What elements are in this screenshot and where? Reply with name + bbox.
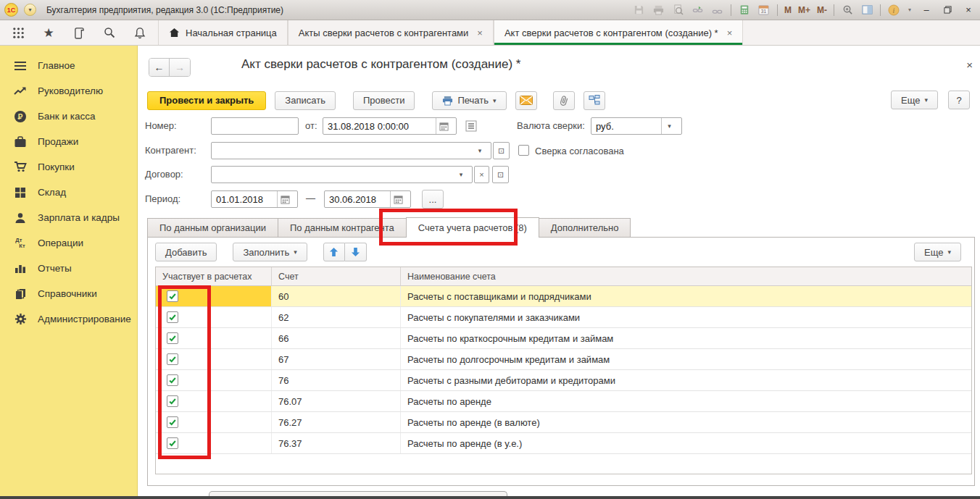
sidebar-item-glavnoe[interactable]: Главное: [0, 53, 137, 78]
go-link-icon[interactable]: [711, 4, 724, 17]
account-cell[interactable]: 66: [272, 328, 401, 348]
table-row[interactable]: 76.37 Расчеты по аренде (в у.е.): [156, 433, 971, 454]
tab-home[interactable]: Начальная страница: [158, 20, 288, 45]
close-form-icon[interactable]: ×: [966, 59, 973, 71]
notifications-bell-icon[interactable]: [125, 20, 155, 45]
table-row[interactable]: 66 Расчеты по краткосрочным кредитам и з…: [156, 328, 971, 349]
search-icon[interactable]: [94, 20, 125, 45]
sidebar-item-pokupki[interactable]: Покупки: [0, 154, 137, 180]
contract-input[interactable]: ▾: [211, 166, 473, 183]
column-header-account[interactable]: Счет: [272, 267, 401, 285]
chevron-down-icon[interactable]: ▾: [907, 4, 913, 17]
open-list-icon[interactable]: [464, 119, 478, 133]
period-from-input[interactable]: 01.01.2018: [211, 190, 298, 208]
save-button[interactable]: Записать: [275, 91, 336, 110]
forward-button[interactable]: →: [170, 59, 190, 76]
period-choose-button[interactable]: ...: [422, 190, 444, 209]
reconciliation-agreed-checkbox[interactable]: [518, 145, 529, 156]
date-input[interactable]: 31.08.2018 0:00:00: [323, 117, 457, 135]
calendar-icon[interactable]: 31: [757, 4, 771, 17]
account-cell[interactable]: 76.07: [272, 391, 401, 411]
get-link-icon[interactable]: [692, 4, 705, 17]
fill-button[interactable]: Заполнить▾: [233, 243, 307, 261]
account-cell[interactable]: 76: [272, 370, 401, 390]
sidebar-item-sklad[interactable]: Склад: [0, 180, 137, 205]
print-icon[interactable]: [652, 4, 665, 17]
history-icon[interactable]: [64, 20, 94, 45]
chevron-down-icon[interactable]: ▾: [661, 118, 677, 134]
print-preview-icon[interactable]: [672, 4, 685, 17]
chevron-down-icon[interactable]: ▾: [473, 143, 486, 159]
send-email-button[interactable]: [515, 91, 537, 110]
table-row[interactable]: 62 Расчеты с покупателями и заказчиками: [156, 307, 971, 328]
split-view-icon[interactable]: [860, 4, 873, 17]
sidebar-item-administrirovanie[interactable]: Администрирование: [0, 306, 137, 332]
column-header-account-name[interactable]: Наименование счета: [401, 267, 971, 285]
sidebar-item-prodazhi[interactable]: Продажи: [0, 129, 137, 154]
calendar-picker-icon[interactable]: [277, 191, 293, 207]
participates-checkbox[interactable]: [167, 353, 178, 365]
participates-checkbox[interactable]: [167, 374, 178, 386]
calendar-picker-icon[interactable]: [390, 191, 406, 207]
sidebar-item-bank-kassa[interactable]: P Банк и касса: [0, 104, 137, 129]
move-row-up-button[interactable]: [323, 243, 345, 261]
close-tab-icon[interactable]: ×: [477, 28, 483, 38]
tab-acts-list[interactable]: Акты сверки расчетов с контрагентами ×: [288, 20, 494, 45]
post-and-close-button[interactable]: Провести и закрыть: [147, 91, 266, 110]
document-structure-button[interactable]: [584, 91, 605, 110]
tab-additional[interactable]: Дополнительно: [539, 218, 631, 238]
column-header-participates[interactable]: Участвует в расчетах: [156, 267, 272, 285]
zoom-icon[interactable]: [841, 4, 854, 17]
contract-open-button[interactable]: ⊡: [492, 166, 509, 183]
table-row[interactable]: 76.27 Расчеты по аренде (в валюте): [156, 412, 971, 433]
help-button[interactable]: ?: [948, 91, 970, 109]
table-row[interactable]: 76 Расчеты с разными дебиторами и кредит…: [156, 370, 971, 391]
table-more-button[interactable]: Еще▾: [914, 243, 961, 261]
restore-button[interactable]: [940, 4, 955, 16]
memory-m-plus-button[interactable]: М+: [798, 4, 810, 17]
close-tab-icon[interactable]: ×: [727, 28, 733, 38]
chevron-down-icon[interactable]: ▾: [454, 167, 468, 183]
sidebar-item-spravochniki[interactable]: Справочники: [0, 281, 137, 306]
favorites-star-icon[interactable]: ★: [33, 20, 64, 45]
sidebar-item-zarplata[interactable]: Зарплата и кадры: [0, 205, 137, 230]
table-row[interactable]: 60 Расчеты с поставщиками и подрядчиками: [156, 286, 971, 307]
save-icon[interactable]: [633, 4, 646, 17]
tab-by-organization[interactable]: По данным организации: [147, 218, 278, 238]
account-cell[interactable]: 76.37: [272, 433, 401, 453]
counterparty-open-button[interactable]: ⊡: [493, 142, 510, 159]
print-button[interactable]: Печать ▾: [432, 91, 506, 110]
more-button[interactable]: Еще▾: [891, 91, 938, 109]
calculator-icon[interactable]: [738, 4, 751, 17]
currency-select[interactable]: руб. ▾: [591, 117, 682, 135]
account-cell[interactable]: 67: [272, 349, 401, 369]
sidebar-item-rukovoditelyu[interactable]: Руководителю: [0, 78, 137, 104]
sidebar-item-operacii[interactable]: ДтКт Операции: [0, 230, 137, 256]
counterparty-input[interactable]: ▾: [211, 142, 491, 159]
tab-by-counterparty[interactable]: По данным контрагента: [278, 218, 407, 238]
account-name-cell[interactable]: Расчеты по аренде: [401, 391, 971, 411]
add-row-button[interactable]: Добавить: [155, 243, 217, 261]
account-name-cell[interactable]: Расчеты по аренде (в у.е.): [401, 433, 971, 453]
period-to-input[interactable]: 30.06.2018: [324, 190, 411, 208]
attachments-button[interactable]: [553, 91, 575, 110]
participates-checkbox[interactable]: [167, 395, 178, 407]
close-window-button[interactable]: ×: [961, 4, 976, 16]
service-menu-icon[interactable]: [3, 20, 33, 45]
back-button[interactable]: ←: [149, 59, 170, 76]
contract-clear-button[interactable]: ×: [474, 166, 489, 183]
number-input[interactable]: [211, 117, 299, 135]
account-name-cell[interactable]: Расчеты с покупателями и заказчиками: [401, 307, 971, 327]
account-name-cell[interactable]: Расчеты по долгосрочным кредитам и займа…: [401, 349, 971, 369]
participates-checkbox[interactable]: [167, 437, 178, 449]
account-name-cell[interactable]: Расчеты по аренде (в валюте): [401, 412, 971, 432]
account-name-cell[interactable]: Расчеты по краткосрочным кредитам и займ…: [401, 328, 971, 348]
memory-m-button[interactable]: М: [784, 4, 792, 17]
info-icon[interactable]: i: [887, 4, 900, 17]
account-cell[interactable]: 62: [272, 307, 401, 327]
account-name-cell[interactable]: Расчеты с разными дебиторами и кредитора…: [401, 370, 971, 390]
participates-checkbox[interactable]: [167, 416, 178, 428]
participates-checkbox[interactable]: [167, 332, 178, 344]
table-row[interactable]: 67 Расчеты по долгосрочным кредитам и за…: [156, 349, 971, 370]
sidebar-item-otchety[interactable]: Отчеты: [0, 256, 137, 281]
